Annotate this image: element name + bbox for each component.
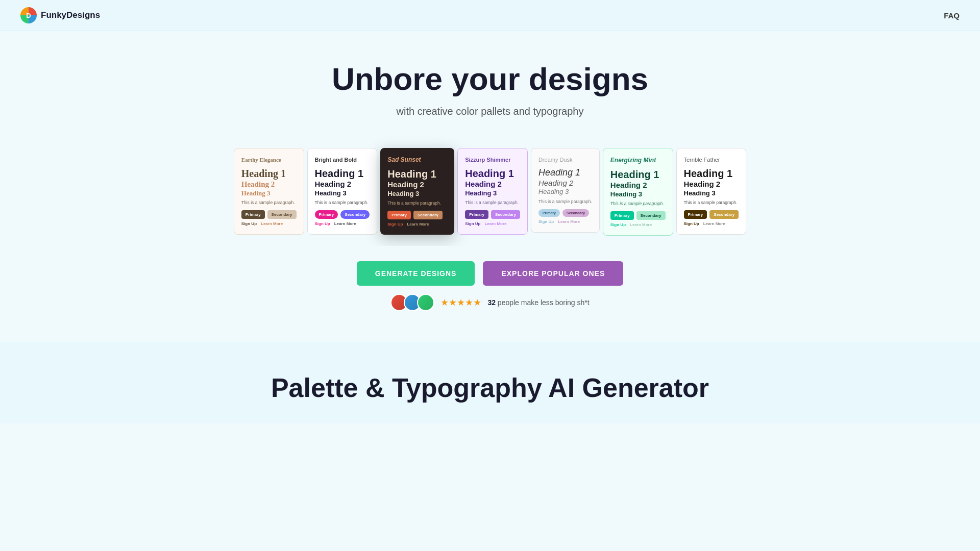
card-bright-primary-btn[interactable]: Primary (315, 210, 338, 219)
header: D FunkyDesigns FAQ (0, 0, 980, 31)
avatars-group (390, 294, 434, 311)
cards-section: Earthy Elegance Heading 1 Heading 2 Head… (0, 133, 980, 246)
card-sunset-h2: Heading 2 (387, 181, 447, 189)
card-mint-primary-btn[interactable]: Primary (610, 211, 634, 220)
card-terrible-h1: Heading 1 (684, 168, 739, 179)
social-proof-count: 32 (487, 298, 496, 307)
logo-area: D FunkyDesigns (20, 7, 100, 23)
card-dreamy-h1: Heading 1 (538, 168, 592, 178)
card-mint-theme: Energizing Mint (610, 157, 666, 164)
bottom-section: Palette & Typography AI Generator (0, 342, 980, 423)
logo-letter: D (26, 12, 31, 19)
card-terrible-theme: Terrible Father (684, 157, 739, 163)
card-bright-signup[interactable]: Sign Up (315, 221, 330, 226)
card-bright-secondary-btn[interactable]: Secondary (340, 210, 370, 219)
card-terrible-signup[interactable]: Sign Up (684, 221, 699, 226)
avatar-3 (417, 294, 434, 311)
social-proof-text: 32 people make less boring sh*t (487, 298, 589, 307)
card-bright-para: This is a sample paragraph. (315, 200, 370, 206)
card-dreamy[interactable]: Dreamy Dusk Heading 1 Heading 2 Heading … (531, 148, 600, 232)
card-earthy-secondary-btn[interactable]: Secondary (267, 210, 297, 219)
card-terrible-h3: Heading 3 (684, 190, 739, 197)
card-mint-h1: Heading 1 (610, 169, 666, 180)
hero-title: Unbore your designs (10, 62, 970, 96)
bottom-title: Palette & Typography AI Generator (20, 372, 960, 403)
card-dreamy-h2: Heading 2 (538, 179, 592, 188)
card-terrible[interactable]: Terrible Father Heading 1 Heading 2 Head… (676, 148, 747, 235)
card-terrible-para: This is a sample paragraph. (684, 200, 739, 206)
card-mint-signup[interactable]: Sign Up (610, 222, 626, 227)
card-mint-h2: Heading 2 (610, 181, 666, 190)
card-sizzurp-h3: Heading 3 (465, 190, 520, 197)
card-sizzurp-theme: Sizzurp Shimmer (465, 157, 520, 163)
card-bright[interactable]: Bright and Bold Heading 1 Heading 2 Head… (307, 148, 378, 235)
card-earthy-h2: Heading 2 (241, 180, 297, 189)
logo-icon: D (20, 7, 37, 23)
nav-faq-link[interactable]: FAQ (944, 11, 960, 20)
card-mint[interactable]: Energizing Mint Heading 1 Heading 2 Head… (603, 148, 673, 236)
card-bright-h1: Heading 1 (315, 168, 370, 179)
card-dreamy-h3: Heading 3 (538, 188, 592, 195)
card-bright-theme: Bright and Bold (315, 157, 370, 163)
card-sunset-theme: Sad Sunset (387, 156, 447, 163)
generate-designs-button[interactable]: GENERATE DESIGNS (357, 261, 475, 286)
card-sunset-secondary-btn[interactable]: Secondary (413, 211, 443, 219)
card-dreamy-learnmore[interactable]: Learn More (558, 219, 580, 224)
card-dreamy-primary-btn[interactable]: Primary (538, 209, 560, 217)
card-sunset-signup[interactable]: Sign Up (387, 222, 403, 227)
card-bright-h2: Heading 2 (315, 180, 370, 189)
star-rating: ★★★★★ (440, 297, 481, 308)
card-sunset-h1: Heading 1 (387, 168, 447, 180)
card-sizzurp[interactable]: Sizzurp Shimmer Heading 1 Heading 2 Head… (457, 148, 528, 235)
card-mint-para: This is a sample paragraph. (610, 201, 666, 207)
card-dreamy-signup[interactable]: Sign Up (538, 219, 554, 224)
explore-popular-button[interactable]: EXPLORE POPULAR ONES (483, 261, 623, 286)
card-earthy-h3: Heading 3 (241, 190, 297, 197)
card-earthy-learnmore[interactable]: Learn More (261, 221, 283, 226)
social-proof-label: people make less boring sh*t (498, 298, 590, 307)
card-terrible-secondary-btn[interactable]: Secondary (709, 210, 739, 219)
card-sunset[interactable]: Sad Sunset Heading 1 Heading 2 Heading 3… (380, 148, 454, 235)
card-mint-secondary-btn[interactable]: Secondary (636, 211, 666, 220)
card-sizzurp-para: This is a sample paragraph. (465, 200, 520, 206)
card-earthy-primary-btn[interactable]: Primary (241, 210, 265, 219)
card-sizzurp-h1: Heading 1 (465, 168, 520, 179)
card-earthy-signup[interactable]: Sign Up (241, 221, 257, 226)
card-sunset-primary-btn[interactable]: Primary (387, 211, 411, 219)
card-sizzurp-learnmore[interactable]: Learn More (484, 221, 506, 226)
card-bright-learnmore[interactable]: Learn More (334, 221, 356, 226)
card-sunset-para: This is a sample paragraph. (387, 201, 447, 207)
card-dreamy-para: This is a sample paragraph. (538, 199, 592, 205)
card-sizzurp-secondary-btn[interactable]: Secondary (491, 210, 520, 219)
card-earthy-h1: Heading 1 (241, 168, 297, 179)
logo-name: FunkyDesigns (41, 10, 100, 20)
card-bright-h3: Heading 3 (315, 190, 370, 197)
card-mint-learnmore[interactable]: Learn More (630, 222, 652, 227)
cta-buttons: GENERATE DESIGNS EXPLORE POPULAR ONES (357, 261, 623, 286)
card-earthy-theme: Earthy Elegance (241, 157, 297, 163)
card-mint-h3: Heading 3 (610, 191, 666, 198)
hero-section: Unbore your designs with creative color … (0, 31, 980, 133)
card-earthy[interactable]: Earthy Elegance Heading 1 Heading 2 Head… (234, 148, 304, 235)
card-dreamy-theme: Dreamy Dusk (538, 157, 592, 163)
card-sunset-h3: Heading 3 (387, 190, 447, 197)
card-sizzurp-primary-btn[interactable]: Primary (465, 210, 488, 219)
hero-subtitle: with creative color pallets and typograp… (10, 106, 970, 117)
social-proof: ★★★★★ 32 people make less boring sh*t (390, 294, 589, 311)
card-terrible-primary-btn[interactable]: Primary (684, 210, 707, 219)
card-sunset-learnmore[interactable]: Learn More (407, 222, 429, 227)
card-earthy-para: This is a sample paragraph. (241, 200, 297, 206)
cta-section: GENERATE DESIGNS EXPLORE POPULAR ONES ★★… (0, 246, 980, 321)
card-sizzurp-signup[interactable]: Sign Up (465, 221, 480, 226)
card-dreamy-secondary-btn[interactable]: Secondary (562, 209, 589, 217)
card-sizzurp-h2: Heading 2 (465, 180, 520, 189)
card-terrible-h2: Heading 2 (684, 180, 739, 189)
card-terrible-learnmore[interactable]: Learn More (703, 221, 725, 226)
